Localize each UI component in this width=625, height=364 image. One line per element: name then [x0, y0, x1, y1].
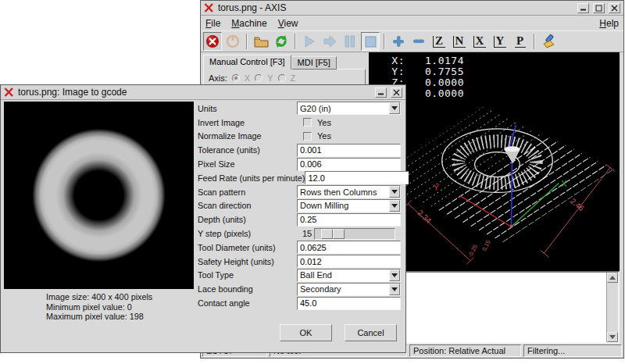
open-file-button[interactable]: [252, 32, 270, 51]
field-row-normalize: Normalize Image Yes: [198, 130, 401, 144]
stop-button[interactable]: [361, 32, 380, 51]
field-row-tolerance: Tolerance (units): [198, 143, 401, 157]
machine-power-button[interactable]: [223, 32, 242, 51]
invert-checkbox-label: Yes: [317, 118, 331, 127]
window-title: torus.png - AXIS: [218, 2, 573, 13]
menu-file[interactable]: File: [205, 18, 220, 29]
toolbar-separator: [246, 34, 248, 49]
minimize-button[interactable]: [577, 3, 589, 13]
axis-titlebar[interactable]: torus.png - AXIS: [201, 1, 623, 16]
view-rotated-top-button[interactable]: N: [450, 32, 469, 51]
field-row-depth: Depth (units): [198, 212, 401, 227]
menu-help[interactable]: Help: [599, 18, 619, 29]
field-row-invert: Invert Image Yes: [198, 116, 401, 130]
pixel-size-label: Pixel Size: [198, 159, 297, 169]
screen: torus.png - AXIS File Machine View Help: [0, 0, 625, 364]
view-side-button[interactable]: Y: [491, 32, 509, 51]
field-row-lace: Lace bounding Secondary: [198, 282, 401, 296]
brush-icon: [541, 34, 556, 48]
safety-height-input[interactable]: [297, 255, 401, 268]
axis-z-label: Z: [291, 73, 296, 83]
max-pixel-text: Maximum pixel value: 198: [46, 312, 152, 322]
field-row-y-step: Y step (pixels) 15: [198, 227, 401, 241]
y-step-slider[interactable]: [314, 228, 395, 240]
axis-x-radio[interactable]: [232, 74, 240, 82]
field-row-scan-direction: Scan direction Down Milling: [198, 199, 401, 213]
menu-machine[interactable]: Machine: [231, 18, 266, 29]
clear-plot-button[interactable]: [539, 32, 558, 51]
scan-direction-select[interactable]: Down Milling: [297, 199, 401, 212]
options-form: Units G20 (in) Invert Image Yes Normaliz…: [198, 102, 401, 310]
field-row-pixel-size: Pixel Size: [198, 157, 401, 171]
preview-3d[interactable]: 2.34 2.46 0.15 -0.25 Y X: [369, 101, 620, 271]
play-icon: [303, 35, 316, 48]
scroll-down-icon[interactable]: [607, 332, 618, 342]
pause-button[interactable]: [341, 32, 359, 51]
dialog-minimize-button[interactable]: [375, 87, 387, 98]
stop-icon: [365, 36, 377, 48]
dro-x-value: 1.0174: [405, 55, 464, 66]
contact-angle-input[interactable]: [297, 297, 401, 310]
dro-line-z: Z: 0.0000: [373, 77, 620, 88]
view-top-button[interactable]: Z: [430, 32, 448, 51]
dim-left-label: 2.34: [416, 209, 433, 226]
toolbar-separator: [384, 34, 385, 49]
chevron-down-icon: [389, 284, 400, 295]
scan-pattern-select[interactable]: Rows then Columns: [297, 185, 401, 198]
toolpath-rows: [375, 105, 614, 242]
y-step-label: Y step (pixels): [198, 229, 297, 238]
invert-checkbox[interactable]: [303, 118, 312, 127]
normalize-checkbox[interactable]: [303, 132, 312, 141]
normalize-checkbox-label: Yes: [317, 131, 331, 141]
cancel-button[interactable]: Cancel: [345, 324, 397, 341]
chevron-down-icon: [389, 200, 400, 212]
view-front-button[interactable]: X: [470, 32, 489, 51]
run-button[interactable]: [300, 32, 319, 51]
tolerance-label: Tolerance (units): [198, 145, 297, 155]
tab-manual-control[interactable]: Manual Control [F3]: [203, 55, 291, 70]
pixel-size-input[interactable]: [297, 158, 401, 171]
ok-button[interactable]: OK: [280, 324, 332, 341]
view-perspective-button[interactable]: P: [511, 32, 530, 51]
y-step-slider-handle[interactable]: [321, 229, 345, 239]
depth-input[interactable]: [297, 213, 401, 227]
invert-label: Invert Image: [198, 118, 297, 127]
dro-line-vel: Vel: 0.0000: [373, 88, 620, 99]
normalize-label: Normalize Image: [198, 131, 297, 141]
tool-diameter-input[interactable]: [297, 241, 401, 254]
toolpath-plot: 2.34 2.46 0.15 -0.25 Y X: [369, 101, 620, 271]
gcode-scrollbar[interactable]: [606, 273, 618, 342]
step-button[interactable]: [320, 32, 339, 51]
maximize-button[interactable]: [593, 3, 605, 13]
axis-z-radio[interactable]: [278, 74, 286, 82]
scroll-up-icon[interactable]: [607, 273, 618, 283]
tool-type-select[interactable]: Ball End: [297, 269, 401, 282]
view-rotated-letter: N: [453, 36, 466, 48]
close-button[interactable]: [609, 3, 620, 13]
lace-bounding-select[interactable]: Secondary: [297, 283, 401, 296]
axis-y-glyph: Y: [434, 183, 440, 192]
dro-y-label: Y:: [373, 66, 405, 77]
axis-y-radio[interactable]: [255, 74, 262, 82]
menu-view[interactable]: View: [278, 18, 298, 29]
field-row-tool-type: Tool Type Ball End: [198, 269, 401, 283]
axis-x-label: X: [245, 73, 250, 83]
zoom-in-button[interactable]: [389, 32, 408, 51]
feed-rate-input[interactable]: [305, 171, 409, 184]
dro-z-value: 0.0000: [405, 77, 464, 88]
zoom-out-button[interactable]: [409, 32, 428, 51]
status-position: Position: Relative Actual: [409, 344, 521, 357]
dialog-close-button[interactable]: [391, 87, 402, 98]
field-row-feed-rate: Feed Rate (units per minute): [198, 171, 401, 185]
tolerance-input[interactable]: [297, 144, 401, 157]
axis-logo-icon: [204, 3, 214, 12]
lace-value: Secondary: [300, 284, 341, 294]
scan-pattern-label: Scan pattern: [198, 187, 297, 197]
reload-button[interactable]: [272, 32, 291, 51]
dro-line-y: Y: 0.7755: [373, 66, 620, 77]
units-select[interactable]: G20 (in): [297, 102, 401, 115]
estop-button[interactable]: [203, 32, 222, 51]
tab-mdi[interactable]: MDI [F5]: [291, 56, 337, 70]
toolbar: Z N X Y P: [201, 30, 623, 52]
dialog-titlebar[interactable]: torus.png: Image to gcode: [1, 85, 405, 100]
